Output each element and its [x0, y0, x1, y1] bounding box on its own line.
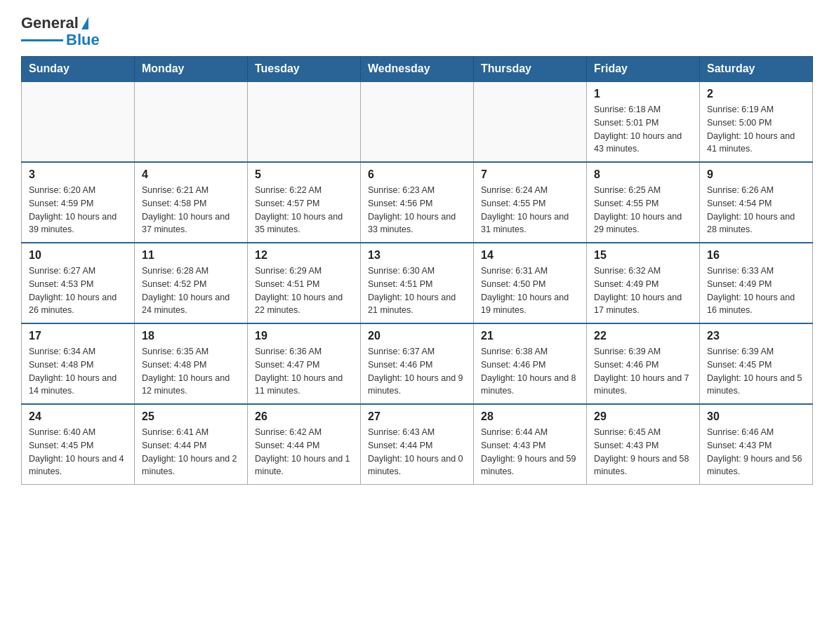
calendar-cell: 11Sunrise: 6:28 AM Sunset: 4:52 PM Dayli… — [135, 243, 248, 323]
calendar-cell: 20Sunrise: 6:37 AM Sunset: 4:46 PM Dayli… — [361, 323, 474, 404]
day-number: 27 — [368, 410, 466, 423]
calendar-cell: 12Sunrise: 6:29 AM Sunset: 4:51 PM Dayli… — [248, 243, 361, 323]
week-row-1: 1Sunrise: 6:18 AM Sunset: 5:01 PM Daylig… — [22, 81, 813, 162]
day-info: Sunrise: 6:22 AM Sunset: 4:57 PM Dayligh… — [255, 184, 353, 236]
calendar-cell: 7Sunrise: 6:24 AM Sunset: 4:55 PM Daylig… — [474, 162, 587, 243]
calendar-cell: 29Sunrise: 6:45 AM Sunset: 4:43 PM Dayli… — [587, 404, 700, 485]
day-info: Sunrise: 6:39 AM Sunset: 4:46 PM Dayligh… — [594, 345, 692, 398]
day-info: Sunrise: 6:27 AM Sunset: 4:53 PM Dayligh… — [29, 264, 127, 317]
calendar-cell — [248, 81, 361, 162]
day-info: Sunrise: 6:45 AM Sunset: 4:43 PM Dayligh… — [594, 426, 692, 478]
day-number: 9 — [707, 168, 805, 181]
day-info: Sunrise: 6:31 AM Sunset: 4:50 PM Dayligh… — [481, 264, 579, 317]
week-row-3: 10Sunrise: 6:27 AM Sunset: 4:53 PM Dayli… — [22, 243, 813, 323]
day-number: 28 — [481, 410, 579, 423]
calendar-cell — [22, 81, 135, 162]
column-header-saturday: Saturday — [700, 57, 813, 82]
column-header-wednesday: Wednesday — [361, 57, 474, 82]
calendar-cell: 8Sunrise: 6:25 AM Sunset: 4:55 PM Daylig… — [587, 162, 700, 243]
calendar-cell: 18Sunrise: 6:35 AM Sunset: 4:48 PM Dayli… — [135, 323, 248, 404]
day-number: 24 — [29, 410, 127, 423]
day-info: Sunrise: 6:37 AM Sunset: 4:46 PM Dayligh… — [368, 345, 466, 398]
day-number: 4 — [142, 168, 240, 181]
day-number: 30 — [707, 410, 805, 423]
calendar-cell: 15Sunrise: 6:32 AM Sunset: 4:49 PM Dayli… — [587, 243, 700, 323]
column-header-sunday: Sunday — [22, 57, 135, 82]
day-info: Sunrise: 6:18 AM Sunset: 5:01 PM Dayligh… — [594, 103, 692, 156]
day-number: 12 — [255, 249, 353, 262]
calendar-cell: 23Sunrise: 6:39 AM Sunset: 4:45 PM Dayli… — [700, 323, 813, 404]
logo-blue-text: Blue — [66, 31, 100, 49]
calendar-cell: 6Sunrise: 6:23 AM Sunset: 4:56 PM Daylig… — [361, 162, 474, 243]
day-info: Sunrise: 6:28 AM Sunset: 4:52 PM Dayligh… — [142, 264, 240, 317]
day-info: Sunrise: 6:32 AM Sunset: 4:49 PM Dayligh… — [594, 264, 692, 317]
day-number: 18 — [142, 330, 240, 342]
day-info: Sunrise: 6:38 AM Sunset: 4:46 PM Dayligh… — [481, 345, 579, 398]
calendar-cell — [474, 81, 587, 162]
day-info: Sunrise: 6:44 AM Sunset: 4:43 PM Dayligh… — [481, 426, 579, 478]
day-info: Sunrise: 6:46 AM Sunset: 4:43 PM Dayligh… — [707, 426, 805, 478]
calendar-cell: 21Sunrise: 6:38 AM Sunset: 4:46 PM Dayli… — [474, 323, 587, 404]
calendar-cell: 17Sunrise: 6:34 AM Sunset: 4:48 PM Dayli… — [22, 323, 135, 404]
calendar-cell: 5Sunrise: 6:22 AM Sunset: 4:57 PM Daylig… — [248, 162, 361, 243]
day-info: Sunrise: 6:21 AM Sunset: 4:58 PM Dayligh… — [142, 184, 240, 236]
day-info: Sunrise: 6:39 AM Sunset: 4:45 PM Dayligh… — [707, 345, 805, 398]
logo-triangle-icon — [81, 17, 88, 29]
day-number: 11 — [142, 249, 240, 262]
day-number: 5 — [255, 168, 353, 181]
day-number: 23 — [707, 330, 805, 342]
calendar-cell: 25Sunrise: 6:41 AM Sunset: 4:44 PM Dayli… — [135, 404, 248, 485]
calendar-cell: 16Sunrise: 6:33 AM Sunset: 4:49 PM Dayli… — [700, 243, 813, 323]
day-number: 29 — [594, 410, 692, 423]
week-row-2: 3Sunrise: 6:20 AM Sunset: 4:59 PM Daylig… — [22, 162, 813, 243]
calendar-cell: 26Sunrise: 6:42 AM Sunset: 4:44 PM Dayli… — [248, 404, 361, 485]
day-info: Sunrise: 6:20 AM Sunset: 4:59 PM Dayligh… — [29, 184, 127, 236]
day-info: Sunrise: 6:25 AM Sunset: 4:55 PM Dayligh… — [594, 184, 692, 236]
day-info: Sunrise: 6:36 AM Sunset: 4:47 PM Dayligh… — [255, 345, 353, 398]
day-number: 17 — [29, 330, 127, 342]
calendar-cell: 24Sunrise: 6:40 AM Sunset: 4:45 PM Dayli… — [22, 404, 135, 485]
calendar-cell — [361, 81, 474, 162]
day-number: 3 — [29, 168, 127, 181]
logo-general-text: General — [21, 14, 79, 32]
calendar-cell: 4Sunrise: 6:21 AM Sunset: 4:58 PM Daylig… — [135, 162, 248, 243]
day-number: 20 — [368, 330, 466, 342]
logo-text: General — [21, 14, 88, 32]
day-number: 25 — [142, 410, 240, 423]
day-number: 16 — [707, 249, 805, 262]
day-info: Sunrise: 6:41 AM Sunset: 4:44 PM Dayligh… — [142, 426, 240, 478]
column-header-monday: Monday — [135, 57, 248, 82]
day-info: Sunrise: 6:43 AM Sunset: 4:44 PM Dayligh… — [368, 426, 466, 478]
column-header-friday: Friday — [587, 57, 700, 82]
calendar-cell: 9Sunrise: 6:26 AM Sunset: 4:54 PM Daylig… — [700, 162, 813, 243]
day-info: Sunrise: 6:26 AM Sunset: 4:54 PM Dayligh… — [707, 184, 805, 236]
day-number: 2 — [707, 88, 805, 100]
week-row-5: 24Sunrise: 6:40 AM Sunset: 4:45 PM Dayli… — [22, 404, 813, 485]
day-info: Sunrise: 6:23 AM Sunset: 4:56 PM Dayligh… — [368, 184, 466, 236]
day-info: Sunrise: 6:35 AM Sunset: 4:48 PM Dayligh… — [142, 345, 240, 398]
calendar-cell — [135, 81, 248, 162]
column-header-thursday: Thursday — [474, 57, 587, 82]
day-number: 10 — [29, 249, 127, 262]
page-header: General Blue — [21, 14, 813, 49]
calendar-cell: 3Sunrise: 6:20 AM Sunset: 4:59 PM Daylig… — [22, 162, 135, 243]
day-number: 7 — [481, 168, 579, 181]
calendar-cell: 2Sunrise: 6:19 AM Sunset: 5:00 PM Daylig… — [700, 81, 813, 162]
day-number: 19 — [255, 330, 353, 342]
logo: General Blue — [21, 14, 100, 49]
calendar-table: SundayMondayTuesdayWednesdayThursdayFrid… — [21, 56, 813, 485]
day-number: 15 — [594, 249, 692, 262]
calendar-cell: 28Sunrise: 6:44 AM Sunset: 4:43 PM Dayli… — [474, 404, 587, 485]
day-number: 8 — [594, 168, 692, 181]
week-row-4: 17Sunrise: 6:34 AM Sunset: 4:48 PM Dayli… — [22, 323, 813, 404]
calendar-cell: 13Sunrise: 6:30 AM Sunset: 4:51 PM Dayli… — [361, 243, 474, 323]
day-number: 21 — [481, 330, 579, 342]
calendar-header-row: SundayMondayTuesdayWednesdayThursdayFrid… — [22, 57, 813, 82]
day-info: Sunrise: 6:34 AM Sunset: 4:48 PM Dayligh… — [29, 345, 127, 398]
day-info: Sunrise: 6:29 AM Sunset: 4:51 PM Dayligh… — [255, 264, 353, 317]
day-info: Sunrise: 6:24 AM Sunset: 4:55 PM Dayligh… — [481, 184, 579, 236]
calendar-cell: 10Sunrise: 6:27 AM Sunset: 4:53 PM Dayli… — [22, 243, 135, 323]
day-number: 1 — [594, 88, 692, 100]
column-header-tuesday: Tuesday — [248, 57, 361, 82]
day-number: 14 — [481, 249, 579, 262]
